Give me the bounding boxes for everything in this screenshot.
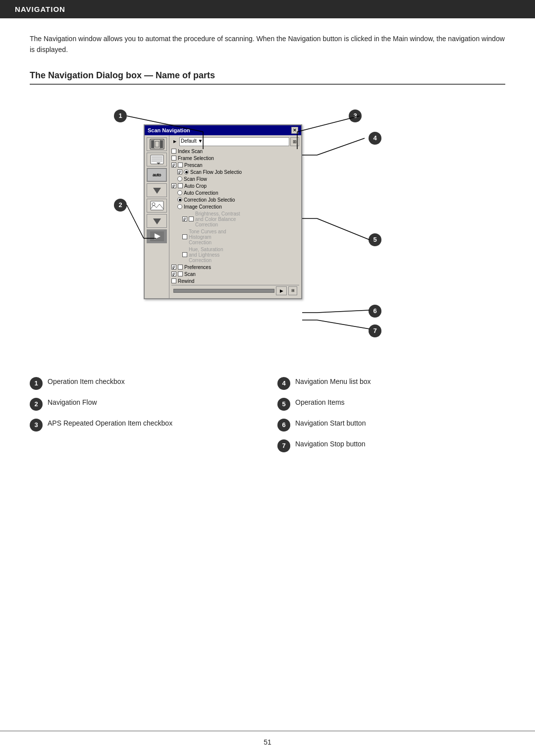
check-item-auto-crop: ✓ Auto Crop — [171, 183, 299, 189]
svg-rect-2 — [160, 140, 163, 148]
desc-text-1: Operation Item checkbox — [48, 377, 125, 387]
callout-6: 6 — [369, 305, 381, 318]
svg-rect-1 — [151, 140, 154, 148]
svg-line-29 — [317, 320, 370, 329]
check-item-prescan: ✓ Prescan — [171, 162, 299, 168]
check-item-correction-job: Correction Job Selectio — [177, 197, 299, 203]
check-item-scan: ✓ Scan — [171, 271, 299, 277]
check-item-rewind: Rewind — [171, 278, 299, 284]
check-item-brightness: ✓ Brightness, Contrastand Color BalanceC… — [182, 211, 299, 228]
checkbox-brightness[interactable]: ✓ — [182, 216, 187, 221]
desc-callout-1: 1 — [30, 377, 43, 390]
svg-rect-12 — [151, 201, 163, 210]
desc-item-3: 3 APS Repeated Operation Item checkbox — [30, 419, 258, 432]
desc-callout-5: 5 — [277, 398, 290, 411]
callout-5: 5 — [369, 233, 381, 246]
callout-7: 7 — [369, 324, 381, 337]
svg-marker-11 — [153, 188, 161, 194]
callout-1: 1 — [114, 109, 127, 122]
page-content: The Navigation window allows you to auto… — [0, 18, 535, 490]
checkbox-preferences2[interactable] — [178, 265, 183, 270]
desc-callout-7: 7 — [277, 439, 290, 452]
radio-scanflow[interactable] — [177, 176, 182, 181]
diagram-area: 1 2 3 4 5 6 7 Scan Navigation ✕ — [30, 100, 505, 357]
nav-start-btn[interactable]: ▶ — [276, 286, 287, 295]
play-icon: ▶ — [171, 138, 178, 145]
bottom-border — [0, 731, 535, 731]
svg-line-23 — [317, 138, 365, 155]
radio-correctionjob[interactable] — [177, 197, 182, 202]
check-item-tone: Tone Curves andHistogramCorrection — [182, 228, 299, 246]
diagram-wrapper: 1 2 3 4 5 6 7 Scan Navigation ✕ — [104, 100, 431, 357]
toolbar-btn-auto[interactable]: auto — [147, 168, 167, 182]
page-header: NAVIGATION — [0, 0, 535, 18]
check-item-preferences: ✓ Preferences — [171, 264, 299, 270]
descriptions-grid: 1 Operation Item checkbox 2 Navigation F… — [30, 377, 505, 460]
desc-callout-3: 3 — [30, 419, 43, 432]
intro-paragraph: The Navigation window allows you to auto… — [30, 33, 505, 55]
section-title: The Navigation Dialog box — Name of part… — [30, 70, 505, 85]
check-item-index-scan: Index Scan — [171, 148, 299, 155]
desc-item-1: 1 Operation Item checkbox — [30, 377, 258, 390]
right-panel: ▶ Default ▼ ⊞ Index Scan — [169, 135, 301, 298]
checkbox-frame-selection[interactable] — [171, 156, 176, 161]
desc-item-6: 6 Navigation Start button — [277, 419, 505, 432]
dialog-titlebar: Scan Navigation ✕ — [145, 125, 301, 135]
svg-line-19 — [127, 205, 144, 238]
toolbar-btn-down2[interactable] — [147, 214, 167, 228]
check-item-auto-correction: Auto Correction — [177, 190, 299, 196]
header-title: NAVIGATION — [15, 5, 65, 13]
desc-item-7: 7 Navigation Stop button — [277, 439, 505, 452]
dropdown-bar: ▶ Default ▼ ⊞ — [171, 137, 299, 146]
small-btn-1[interactable]: ⊞ — [290, 137, 299, 146]
dialog-body: auto — [145, 135, 301, 298]
desc-text-4: Navigation Menu list box — [295, 377, 371, 387]
toolbar-btn-filmstrip[interactable] — [147, 137, 167, 151]
checkbox-brightness2[interactable] — [189, 216, 194, 221]
left-toolbar: auto — [145, 135, 169, 298]
desc-right-col: 4 Navigation Menu list box 5 Operation I… — [277, 377, 505, 460]
checkbox-scan[interactable]: ✓ — [171, 271, 176, 276]
callout-2: 2 — [114, 199, 127, 212]
desc-item-4: 4 Navigation Menu list box — [277, 377, 505, 390]
checkbox-preferences[interactable]: ✓ — [171, 265, 176, 270]
svg-line-27 — [317, 310, 370, 313]
checkbox-rewind[interactable] — [171, 278, 176, 283]
checkbox-tone[interactable] — [182, 234, 187, 239]
radio-scanflowjob[interactable] — [184, 169, 189, 174]
check-item-image-correction: Image Correction — [177, 204, 299, 210]
desc-callout-6: 6 — [277, 419, 290, 432]
desc-text-5: Operation Items — [295, 398, 345, 408]
desc-text-3: APS Repeated Operation Item checkbox — [48, 419, 172, 429]
callout-4: 4 — [369, 132, 381, 145]
desc-text-6: Navigation Start button — [295, 419, 366, 429]
dialog-close-btn[interactable]: ✕ — [291, 127, 298, 134]
toolbar-btn-down[interactable] — [147, 183, 167, 197]
radio-imagecorrection[interactable] — [177, 204, 182, 209]
check-item-scan-flow-job: ✓ Scan Flow Job Selectio — [177, 169, 299, 175]
checkbox-index-scan[interactable] — [171, 149, 176, 154]
checkbox-scan2[interactable] — [178, 271, 183, 276]
toolbar-btn-list[interactable] — [147, 153, 167, 166]
checkbox-scanflowjob[interactable]: ✓ — [177, 169, 182, 174]
desc-left-col: 1 Operation Item checkbox 2 Navigation F… — [30, 377, 258, 460]
checkbox-prescan2[interactable] — [178, 162, 183, 167]
checkbox-prescan[interactable]: ✓ — [171, 162, 176, 167]
desc-text-7: Navigation Stop button — [295, 439, 366, 449]
page-number: 51 — [264, 738, 271, 746]
checkbox-hue[interactable] — [182, 252, 187, 257]
check-item-hue: Hue, Saturationand LightnessCorrection — [182, 246, 299, 264]
dialog-title: Scan Navigation — [148, 127, 190, 133]
checkbox-autocrop[interactable]: ✓ — [171, 183, 176, 188]
svg-marker-14 — [153, 218, 161, 224]
radio-autocorrection[interactable] — [177, 190, 182, 195]
svg-line-25 — [317, 218, 370, 240]
toolbar-btn-scan[interactable] — [147, 229, 167, 243]
desc-item-2: 2 Navigation Flow — [30, 398, 258, 411]
desc-callout-4: 4 — [277, 377, 290, 390]
toolbar-btn-image[interactable] — [147, 199, 167, 213]
dropdown-default[interactable]: Default ▼ — [179, 137, 289, 146]
checkbox-autocrop2[interactable] — [178, 183, 183, 188]
nav-extra-btn[interactable]: ⊞ — [288, 286, 297, 295]
svg-rect-3 — [155, 141, 159, 147]
